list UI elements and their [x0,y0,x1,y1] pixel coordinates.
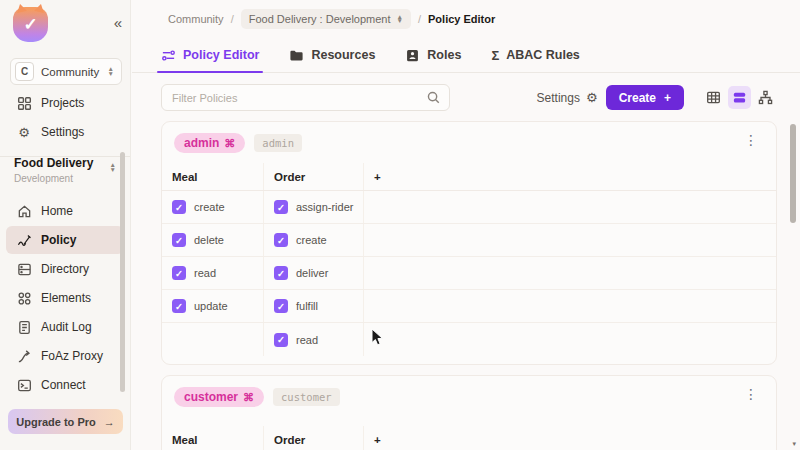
logo-check-icon: ✓ [23,14,37,35]
kebab-menu-icon[interactable]: ⋮ [738,130,764,150]
upgrade-label: Upgrade to Pro [16,416,95,428]
breadcrumb-separator: / [418,13,421,25]
checkbox-checked[interactable] [172,266,186,280]
kebab-menu-icon[interactable]: ⋮ [738,384,764,404]
tab-policy-editor[interactable]: Policy Editor [161,38,259,72]
sidebar-item-directory[interactable]: Directory [6,255,124,283]
permissions-table: Meal Order + [162,426,776,450]
sidebar-scrollbar[interactable] [120,152,125,392]
permissions-header-row: Meal Order + [162,426,776,450]
id-badge-icon [405,48,420,63]
home-icon [16,204,32,219]
permissions-table: Meal Order + create assign-rider delete [162,163,776,356]
permissions-row: read [162,323,776,356]
sidebar-item-label: Settings [41,125,84,139]
action-label: fulfill [296,300,318,312]
sidebar-item-home[interactable]: Home [6,197,124,225]
filter-policies-input[interactable] [161,84,450,111]
chevron-updown-icon: ▲▼ [397,15,403,24]
sidebar-item-label: Policy [41,233,76,247]
breadcrumb-current: Policy Editor [428,13,495,25]
toolbar: Settings ⚙ Create + [161,84,777,111]
sidebar-item-audit-log[interactable]: Audit Log [6,313,124,341]
rows-view-icon[interactable] [728,86,751,109]
org-avatar: C [15,62,34,81]
action-label: read [194,267,216,279]
tab-label: Policy Editor [183,48,259,62]
checkbox-checked[interactable] [274,200,288,214]
org-selector[interactable]: C Community ▲▼ [10,58,122,85]
sidebar-item-label: Elements [41,291,91,305]
breadcrumb-project-env-selector[interactable]: Food Delivery : Development ▲▼ [241,9,411,29]
checkbox-checked[interactable] [172,233,186,247]
permissions-row: update fulfill [162,290,776,323]
checkbox-checked[interactable] [274,233,288,247]
plus-icon: + [664,91,671,105]
tab-label: ABAC Rules [506,48,580,62]
action-label: create [194,201,225,213]
tab-roles[interactable]: Roles [405,38,461,72]
column-header-meal: Meal [162,163,264,190]
sidebar-item-foaz-proxy[interactable]: FoAz Proxy [6,342,124,370]
project-name: Food Delivery [14,156,122,170]
permissions-header-row: Meal Order + [162,163,776,191]
gear-icon: ⚙ [16,125,32,140]
column-header-order: Order [264,163,364,190]
folder-icon [289,48,304,63]
action-label: assign-rider [296,201,353,213]
chevron-updown-icon: ▲▼ [110,163,116,172]
checkbox-checked[interactable] [274,266,288,280]
sidebar-item-settings[interactable]: ⚙ Settings [6,118,124,146]
breadcrumb-separator: / [231,13,234,25]
tab-abac-rules[interactable]: Σ ABAC Rules [491,38,579,72]
tab-resources[interactable]: Resources [289,38,375,72]
table-view-icon[interactable] [702,86,725,109]
sidebar-item-label: Home [41,204,73,218]
upgrade-to-pro-button[interactable]: Upgrade to Pro → [8,409,123,434]
action-label: read [296,334,318,346]
role-key: admin [254,134,302,152]
role-pill-admin[interactable]: admin ⌘ [174,133,245,153]
breadcrumb-context: Food Delivery : Development [249,13,391,25]
filter-policies-box [161,84,450,111]
scrollbar-down-arrow[interactable]: ▾ [792,440,796,448]
role-pill-customer[interactable]: customer ⌘ [174,387,264,407]
card-header: customer ⌘ customer [162,376,776,417]
proxy-icon [16,349,32,364]
sidebar-item-label: Audit Log [41,320,92,334]
policy-card-admin: admin ⌘ admin ⋮ Meal Order + create assi… [161,121,777,365]
add-resource-button[interactable]: + [364,426,776,450]
main-scrollbar[interactable] [790,124,796,223]
graph-view-icon[interactable] [754,86,777,109]
breadcrumb: Community / Food Delivery : Development … [132,0,800,38]
audit-log-icon [16,320,32,335]
checkbox-checked[interactable] [274,299,288,313]
policy-cards: admin ⌘ admin ⋮ Meal Order + create assi… [161,121,777,450]
add-resource-button[interactable]: + [364,163,776,190]
checkbox-checked[interactable] [172,299,186,313]
sidebar-item-label: FoAz Proxy [41,349,103,363]
tab-label: Roles [427,48,461,62]
checkbox-checked[interactable] [172,200,186,214]
policy-pen-icon [16,233,32,248]
app-logo: ✓ [13,7,48,42]
sidebar: ✓ « C Community ▲▼ Projects ⚙ Settings F… [0,0,131,450]
sidebar-item-label: Projects [41,96,84,110]
tab-label: Resources [311,48,375,62]
sidebar-item-policy[interactable]: Policy [6,226,124,254]
create-button[interactable]: Create + [606,85,684,110]
checkbox-checked[interactable] [274,333,288,347]
role-glyph-icon: ⌘ [224,137,235,150]
permissions-row: read deliver [162,257,776,290]
directory-icon [16,262,32,277]
sidebar-item-connect[interactable]: Connect [6,371,124,399]
settings-link[interactable]: Settings ⚙ [537,90,598,105]
sidebar-item-elements[interactable]: Elements [6,284,124,312]
sidebar-item-label: Connect [41,378,86,392]
breadcrumb-root[interactable]: Community [168,13,224,25]
sidebar-collapse-icon[interactable]: « [114,14,122,31]
project-switcher[interactable]: Food Delivery Development ▲▼ [14,156,122,184]
sigma-icon: Σ [491,48,499,63]
sidebar-item-projects[interactable]: Projects [6,89,124,117]
sliders-icon [161,48,176,63]
